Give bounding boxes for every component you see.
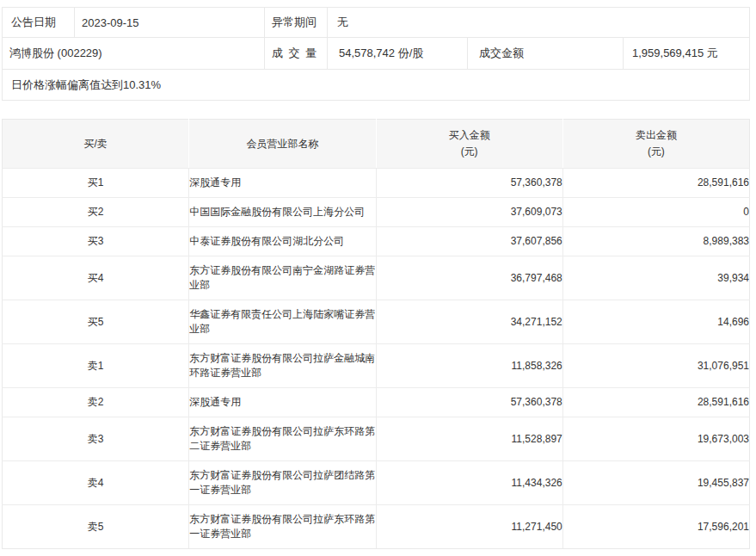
- broker-name-cell: 深股通专用: [189, 169, 376, 198]
- table-row: 卖5东方财富证券股份有限公司拉萨东环路第一证券营业部11,271,45017,5…: [3, 505, 750, 549]
- broker-name-cell: 东方财富证券股份有限公司拉萨团结路第一证券营业部: [189, 461, 376, 505]
- side-cell: 卖1: [3, 344, 189, 388]
- lhb-table-body: 买1深股通专用57,360,37828,591,616买2中国国际金融股份有限公…: [3, 169, 750, 549]
- broker-name-cell: 中泰证券股份有限公司湖北分公司: [189, 227, 376, 256]
- table-row: 卖1东方财富证券股份有限公司拉萨金融城南环路证券营业部11,858,32631,…: [3, 344, 750, 388]
- turnover-value: 1,959,569,415 元: [624, 38, 749, 69]
- broker-name-cell: 东方财富证券股份有限公司拉萨东环路第二证券营业部: [189, 417, 376, 461]
- buy-amount-cell: 37,607,856: [376, 227, 562, 256]
- stock-name-code: 鸿博股份 (002229): [3, 38, 265, 69]
- volume-value: 54,578,742 份/股: [328, 38, 468, 69]
- abnormal-period-label: 异常期间: [265, 8, 328, 37]
- broker-name-cell: 中国国际金融股份有限公司上海分公司: [189, 198, 376, 227]
- table-row: 卖2深股通专用57,360,37828,591,616: [3, 388, 750, 417]
- buy-amount-cell: 57,360,378: [376, 388, 562, 417]
- side-cell: 卖5: [3, 505, 189, 549]
- side-cell: 买2: [3, 198, 189, 227]
- column-header-buy-amount: 买入金额(元): [376, 120, 562, 169]
- sell-amount-cell: 8,989,383: [562, 227, 749, 256]
- abnormal-period-value: 无: [328, 8, 749, 37]
- announce-date-label: 公告日期: [3, 8, 75, 37]
- buy-amount-cell: 36,797,468: [376, 256, 562, 300]
- sell-amount-cell: 0: [562, 198, 749, 227]
- side-cell: 卖4: [3, 461, 189, 505]
- buy-amount-cell: 34,271,152: [376, 300, 562, 344]
- broker-name-cell: 华鑫证券有限责任公司上海陆家嘴证券营业部: [189, 300, 376, 344]
- info-row-dates: 公告日期 2023-09-15 异常期间 无: [3, 8, 749, 37]
- header-row: 买/卖 会员营业部名称 买入金额(元) 卖出金额(元): [3, 120, 750, 169]
- broker-name-cell: 东方证券股份有限公司南宁金湖路证券营业部: [189, 256, 376, 300]
- table-row: 买3中泰证券股份有限公司湖北分公司37,607,8568,989,383: [3, 227, 750, 256]
- side-cell: 卖3: [3, 417, 189, 461]
- info-row-stock: 鸿博股份 (002229) 成交量 54,578,742 份/股 成交金额 1,…: [3, 37, 749, 69]
- sell-amount-cell: 28,591,616: [562, 388, 749, 417]
- column-header-broker: 会员营业部名称: [189, 120, 376, 169]
- buy-amount-cell: 11,528,897: [376, 417, 562, 461]
- side-cell: 买3: [3, 227, 189, 256]
- table-row: 买5华鑫证券有限责任公司上海陆家嘴证券营业部34,271,15214,696: [3, 300, 750, 344]
- info-row-reason: 日价格涨幅偏离值达到10.31%: [3, 69, 749, 100]
- broker-name-cell: 东方财富证券股份有限公司拉萨东环路第一证券营业部: [189, 505, 376, 549]
- lhb-table: 买/卖 会员营业部名称 买入金额(元) 卖出金额(元) 买1深股通专用57,36…: [2, 119, 750, 549]
- table-row: 卖4东方财富证券股份有限公司拉萨团结路第一证券营业部11,434,32619,4…: [3, 461, 750, 505]
- table-row: 买1深股通专用57,360,37828,591,616: [3, 169, 750, 198]
- buy-amount-cell: 57,360,378: [376, 169, 562, 198]
- broker-name-cell: 深股通专用: [189, 388, 376, 417]
- sell-amount-cell: 39,934: [562, 256, 749, 300]
- buy-amount-cell: 37,609,073: [376, 198, 562, 227]
- sell-amount-cell: 19,455,837: [562, 461, 749, 505]
- column-header-side: 买/卖: [3, 120, 189, 169]
- lhb-page: 公告日期 2023-09-15 异常期间 无 鸿博股份 (002229) 成交量…: [0, 0, 756, 549]
- side-cell: 买1: [3, 169, 189, 198]
- stock-info-box: 公告日期 2023-09-15 异常期间 无 鸿博股份 (002229) 成交量…: [2, 7, 750, 101]
- side-cell: 买4: [3, 256, 189, 300]
- table-row: 买4东方证券股份有限公司南宁金湖路证券营业部36,797,46839,934: [3, 256, 750, 300]
- side-cell: 卖2: [3, 388, 189, 417]
- sell-amount-cell: 17,596,201: [562, 505, 749, 549]
- sell-amount-cell: 28,591,616: [562, 169, 749, 198]
- sell-amount-cell: 31,076,951: [562, 344, 749, 388]
- sell-amount-cell: 14,696: [562, 300, 749, 344]
- sell-amount-cell: 19,673,003: [562, 417, 749, 461]
- list-reason-text: 日价格涨幅偏离值达到10.31%: [3, 70, 749, 100]
- lhb-table-header: 买/卖 会员营业部名称 买入金额(元) 卖出金额(元): [3, 120, 750, 169]
- table-row: 卖3东方财富证券股份有限公司拉萨东环路第二证券营业部11,528,89719,6…: [3, 417, 750, 461]
- buy-amount-cell: 11,271,450: [376, 505, 562, 549]
- announce-date-value: 2023-09-15: [75, 8, 265, 37]
- buy-amount-cell: 11,434,326: [376, 461, 562, 505]
- side-cell: 买5: [3, 300, 189, 344]
- turnover-label: 成交金额: [468, 38, 624, 69]
- table-row: 买2中国国际金融股份有限公司上海分公司37,609,0730: [3, 198, 750, 227]
- broker-name-cell: 东方财富证券股份有限公司拉萨金融城南环路证券营业部: [189, 344, 376, 388]
- volume-label: 成交量: [265, 38, 328, 69]
- column-header-sell-amount: 卖出金额(元): [562, 120, 749, 169]
- buy-amount-cell: 11,858,326: [376, 344, 562, 388]
